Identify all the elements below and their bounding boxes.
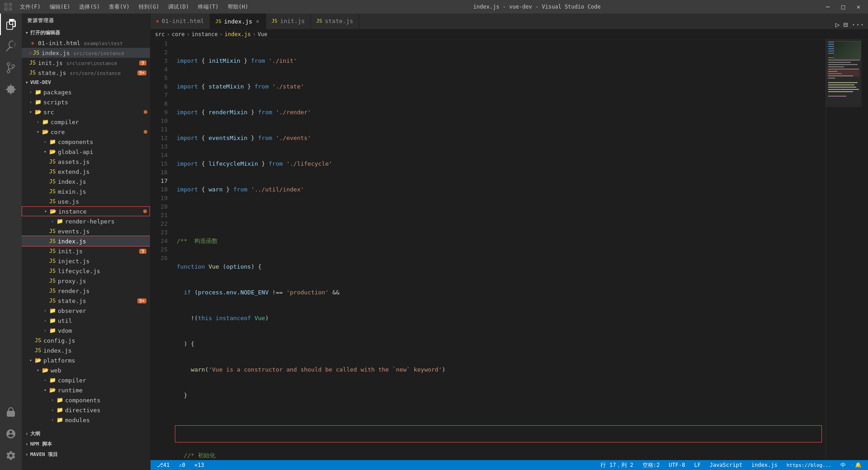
tree-web[interactable]: ▾ 📂 web — [22, 365, 150, 375]
status-line-ending[interactable]: LF — [691, 460, 703, 470]
activity-search[interactable] — [0, 35, 22, 57]
tree-index-instance[interactable]: JS index.js — [22, 236, 150, 246]
open-editor-initjs[interactable]: JS init.js src\core\instance 9 — [22, 58, 150, 68]
menu-edit[interactable]: 编辑(E) — [46, 2, 74, 12]
run-icon[interactable]: ▷ — [835, 20, 840, 29]
status-notifications[interactable]: 🔔 — [852, 460, 864, 470]
outline-section[interactable]: › 大纲 — [22, 428, 150, 439]
status-input-method[interactable]: 中 — [838, 460, 849, 470]
tree-init-js[interactable]: JS init.js 9 — [22, 246, 150, 256]
breadcrumb-indexjs[interactable]: index.js — [225, 31, 251, 37]
menu-goto[interactable]: 转到(G) — [135, 2, 163, 12]
tree-runtime-components[interactable]: › 📁 components — [22, 395, 150, 405]
status-cursor-position[interactable]: 行 17，列 2 — [598, 460, 636, 470]
tree-components[interactable]: › 📁 components — [22, 137, 150, 147]
tab-01init[interactable]: ◈ 01-init.html — [150, 14, 210, 29]
open-editors-section[interactable]: ▾ 打开的编辑器 — [22, 28, 150, 38]
vuedev-section[interactable]: ▾ VUE-DEV — [22, 78, 150, 87]
sidebar-tree[interactable]: ▾ 打开的编辑器 ◈ 01-init.html examples\test ✕ … — [22, 28, 150, 470]
status-errors[interactable]: ⚠ 0 — [176, 460, 188, 470]
tree-observer[interactable]: › 📁 observer — [22, 306, 150, 316]
js-icon: JS — [49, 257, 56, 265]
status-file-type[interactable]: index.js — [749, 460, 780, 470]
tree-packages[interactable]: › 📁 packages — [22, 87, 150, 97]
tab-statejs[interactable]: JS state.js — [311, 14, 359, 29]
modified-dot — [143, 209, 147, 213]
activity-source-control[interactable] — [0, 57, 22, 79]
status-language[interactable]: JavaScript — [707, 460, 745, 470]
ln-22: 22 — [150, 219, 168, 228]
app-icon — [4, 2, 13, 11]
activity-settings[interactable] — [0, 445, 22, 466]
tree-directives[interactable]: › 📁 directives — [22, 405, 150, 415]
more-actions-icon[interactable]: ··· — [851, 20, 864, 29]
tab-close-indexjs[interactable]: ✕ — [255, 17, 260, 25]
tree-state-instance-js[interactable]: JS state.js 9+ — [22, 296, 150, 306]
open-editor-statejs[interactable]: JS state.js src/core/instance 9+ — [22, 68, 150, 78]
status-spaces[interactable]: 空格:2 — [640, 460, 662, 470]
code-line-10: if (process.env.NODE_ENV !== 'production… — [177, 288, 826, 297]
tab-initjs[interactable]: JS init.js — [266, 14, 311, 29]
close-button[interactable]: ✕ — [853, 1, 864, 13]
tree-proxy-js[interactable]: JS proxy.js — [22, 276, 150, 286]
tree-events-js[interactable]: JS events.js — [22, 226, 150, 236]
tree-core[interactable]: ▾ 📂 core — [22, 127, 150, 137]
maximize-button[interactable]: □ — [837, 1, 849, 13]
tree-render-js[interactable]: JS render.js — [22, 286, 150, 296]
breadcrumb-vue[interactable]: Vue — [258, 31, 267, 37]
scrollbar-right[interactable] — [862, 39, 868, 460]
activity-extensions[interactable] — [0, 79, 22, 100]
status-git-branch[interactable]: ⎇ 41 — [154, 460, 172, 470]
tab-indexjs[interactable]: JS index.js ✕ — [210, 14, 266, 29]
code-line-15: //* 初始化 — [177, 451, 826, 460]
open-editor-01init[interactable]: ◈ 01-init.html examples\test — [22, 38, 150, 48]
menu-view[interactable]: 查看(V) — [105, 2, 133, 12]
tree-src[interactable]: ▾ 📂 src — [22, 107, 150, 117]
tree-config-js[interactable]: JS config.js — [22, 335, 150, 345]
close-icon[interactable]: ✕ — [29, 51, 32, 56]
activity-debug[interactable] — [0, 401, 22, 423]
tree-scripts[interactable]: › 📁 scripts — [22, 97, 150, 107]
breadcrumb-src[interactable]: src — [155, 31, 165, 37]
maven-section[interactable]: › MAVEN 项目 — [22, 449, 150, 460]
menu-help[interactable]: 帮助(H) — [224, 2, 252, 12]
tree-inject-js[interactable]: JS inject.js — [22, 256, 150, 266]
tree-runtime[interactable]: ▾ 📂 runtime — [22, 385, 150, 395]
split-editor-icon[interactable]: ⊟ — [843, 20, 848, 29]
tree-compiler[interactable]: › 📁 compiler — [22, 117, 150, 127]
breadcrumb-core[interactable]: core — [172, 31, 185, 37]
tree-instance[interactable]: ▾ 📂 instance — [22, 206, 150, 216]
minimize-button[interactable]: ─ — [822, 1, 834, 13]
window-controls[interactable]: ─ □ ✕ — [822, 1, 864, 13]
tree-assets-js[interactable]: JS assets.js — [22, 157, 150, 167]
menu-select[interactable]: 选择(S) — [75, 2, 103, 12]
activity-explorer[interactable] — [0, 14, 22, 35]
tree-mixin-js[interactable]: JS mixin.js — [22, 186, 150, 196]
menu-file[interactable]: 文件(F) — [16, 2, 44, 12]
breadcrumb-instance[interactable]: instance — [192, 31, 218, 37]
tree-modules[interactable]: › 📁 modules — [22, 415, 150, 425]
npm-section[interactable]: › NPM 脚本 — [22, 439, 150, 449]
tree-use-js[interactable]: JS use.js — [22, 196, 150, 206]
status-warnings[interactable]: ✕ 13 — [192, 460, 207, 470]
tree-platforms[interactable]: ▾ 📂 platforms — [22, 355, 150, 365]
activity-account[interactable] — [0, 423, 22, 445]
ln-23: 23 — [150, 228, 168, 237]
tree-index-global[interactable]: JS index.js — [22, 177, 150, 186]
code-editor[interactable]: 1 2 3 4 5 6 7 8 9 10 11 12 13 14 15 16 1… — [150, 39, 868, 460]
tree-global-api[interactable]: ▾ 📂 global-api — [22, 147, 150, 157]
tree-util[interactable]: › 📁 util — [22, 316, 150, 326]
tree-web-compiler[interactable]: › 📁 compiler — [22, 375, 150, 385]
menu-debug[interactable]: 调试(D) — [164, 2, 192, 12]
menu-terminal[interactable]: 终端(T) — [194, 2, 222, 12]
tree-vdom[interactable]: › 📁 vdom — [22, 326, 150, 335]
tree-extend-js[interactable]: JS extend.js — [22, 167, 150, 177]
tree-lifecycle-js[interactable]: JS lifecycle.js — [22, 266, 150, 276]
tree-index-core-js[interactable]: JS index.js — [22, 345, 150, 355]
open-editor-indexjs[interactable]: ✕ JS index.js src/core/instance — [22, 48, 150, 58]
status-blog-link[interactable]: https://blog... — [784, 460, 834, 470]
menu-bar[interactable]: 文件(F) 编辑(E) 选择(S) 查看(V) 转到(G) 调试(D) 终端(T… — [16, 2, 252, 12]
tree-render-helpers[interactable]: › 📁 render-helpers — [22, 216, 150, 226]
status-encoding[interactable]: UTF-8 — [666, 460, 688, 470]
code-content[interactable]: import { initMixin } from './init' impor… — [173, 39, 826, 460]
